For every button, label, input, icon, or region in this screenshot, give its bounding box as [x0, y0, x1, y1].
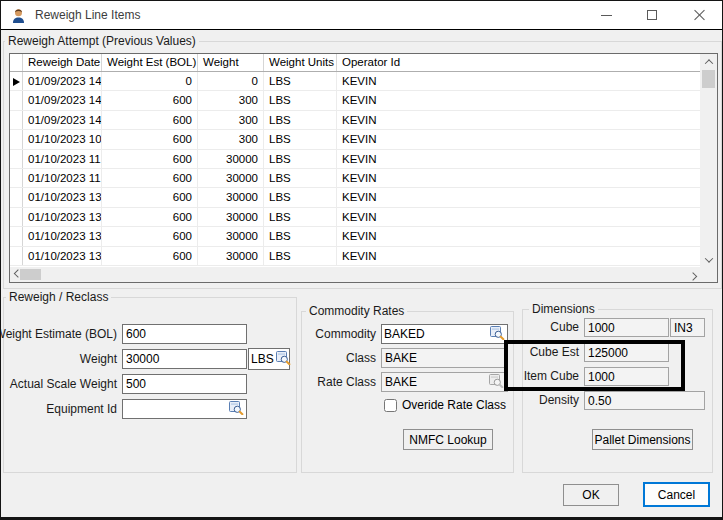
row-selector-gutter: [10, 91, 23, 109]
dialog-window: Reweigh Line Items Reweigh Attempt (Prev…: [0, 0, 723, 520]
table-row[interactable]: 01/09/2023 14:3 600 300 LBS KEVIN: [10, 111, 700, 130]
reweigh-attempt-group-label: Reweigh Attempt (Previous Values): [5, 34, 199, 48]
cancel-button[interactable]: Cancel: [643, 482, 710, 507]
row-selector-gutter: [10, 150, 23, 168]
cell-weight: 30000: [198, 208, 264, 226]
table-row[interactable]: 01/09/2023 14:3 600 300 LBS KEVIN: [10, 91, 700, 110]
close-button[interactable]: [677, 1, 722, 29]
table-row[interactable]: 01/10/2023 11:0 600 30000 LBS KEVIN: [10, 150, 700, 169]
title-bar: Reweigh Line Items: [1, 1, 722, 30]
equipment-id-label: Equipment Id: [46, 399, 117, 419]
cell-weight-units: LBS: [264, 169, 337, 187]
density-field: 0.50: [584, 391, 705, 410]
override-rate-class-checkbox[interactable]: [384, 399, 397, 412]
column-header-weight-units[interactable]: Weight Units: [264, 54, 337, 71]
cube-est-field: 125000: [584, 343, 669, 362]
override-rate-class-label: Overide Rate Class: [402, 398, 506, 412]
cell-reweigh-date: 01/10/2023 13:3: [23, 227, 102, 245]
cell-operator-id: KEVIN: [337, 169, 700, 187]
cell-weight-units: LBS: [264, 130, 337, 148]
reweigh-attempts-grid: Reweigh Date Weight Est (BOL) Weight Wei…: [9, 53, 718, 283]
cell-operator-id: KEVIN: [337, 150, 700, 168]
density-label: Density: [539, 391, 579, 410]
cell-weight-units: LBS: [264, 208, 337, 226]
cell-weight: 30000: [198, 169, 264, 187]
column-header-operator-id[interactable]: Operator Id: [337, 54, 700, 71]
cell-reweigh-date: 01/10/2023 13:2: [23, 188, 102, 206]
weight-units-value: LBS: [251, 352, 274, 366]
cell-weight: 30000: [198, 188, 264, 206]
row-selector-gutter: [10, 111, 23, 129]
cell-weight: 30000: [198, 247, 264, 265]
maximize-button[interactable]: [631, 1, 673, 29]
table-row[interactable]: 01/10/2023 13:3 600 30000 LBS KEVIN: [10, 227, 700, 246]
chevron-down-icon: [704, 254, 712, 262]
nmfc-lookup-button[interactable]: NMFC Lookup: [403, 429, 493, 450]
pallet-dimensions-button[interactable]: Pallet Dimensions: [592, 429, 693, 450]
cell-weight-est: 600: [102, 188, 198, 206]
cell-reweigh-date: 01/09/2023 14:3: [23, 72, 102, 90]
cell-weight-units: LBS: [264, 111, 337, 129]
cell-operator-id: KEVIN: [337, 130, 700, 148]
cell-reweigh-date: 01/10/2023 13:3: [23, 247, 102, 265]
item-cube-label: Item Cube: [524, 367, 579, 386]
weight-field[interactable]: [122, 349, 247, 369]
maximize-icon: [647, 10, 657, 20]
weight-estimate-field[interactable]: [122, 324, 247, 344]
cell-weight-est: 600: [102, 227, 198, 245]
cell-weight: 30000: [198, 150, 264, 168]
row-selector-gutter: [10, 188, 23, 206]
column-header-weight[interactable]: Weight: [198, 54, 264, 71]
equipment-id-field[interactable]: [125, 402, 229, 416]
cell-weight-est: 600: [102, 150, 198, 168]
chevron-up-icon: [704, 59, 712, 67]
class-field: BAKE: [381, 348, 508, 368]
commodity-field[interactable]: [384, 327, 490, 341]
column-header-reweigh-date[interactable]: Reweigh Date: [23, 54, 102, 71]
horizontal-scrollbar-thumb[interactable]: [20, 269, 41, 280]
horizontal-scrollbar[interactable]: [10, 267, 700, 282]
table-row[interactable]: 01/09/2023 14:3 0 0 LBS KEVIN: [10, 72, 700, 91]
magnifier-lookup-icon[interactable]: [276, 351, 291, 368]
commodity-rates-group-label: Commodity Rates: [306, 304, 407, 318]
vertical-scrollbar[interactable]: [700, 54, 717, 267]
reweigh-reclass-group-label: Reweigh / Reclass: [6, 290, 111, 304]
cell-weight-est: 600: [102, 111, 198, 129]
cell-weight-units: LBS: [264, 247, 337, 265]
cell-operator-id: KEVIN: [337, 72, 700, 90]
cell-weight: 300: [198, 91, 264, 109]
table-row[interactable]: 01/10/2023 10:4 600 300 LBS KEVIN: [10, 130, 700, 149]
scroll-up-button[interactable]: [700, 54, 717, 69]
cell-reweigh-date: 01/10/2023 13:2: [23, 208, 102, 226]
cell-weight-est: 600: [102, 169, 198, 187]
actual-scale-weight-field[interactable]: [122, 374, 247, 394]
close-icon: [694, 9, 706, 21]
minimize-button[interactable]: [585, 1, 627, 29]
scroll-right-button[interactable]: [685, 267, 700, 282]
vertical-scrollbar-thumb[interactable]: [702, 70, 715, 88]
column-header-weight-est[interactable]: Weight Est (BOL): [102, 54, 198, 71]
table-row[interactable]: 01/10/2023 13:3 600 30000 LBS KEVIN: [10, 247, 700, 266]
cell-reweigh-date: 01/09/2023 14:3: [23, 91, 102, 109]
cell-operator-id: KEVIN: [337, 247, 700, 265]
cell-weight-units: LBS: [264, 150, 337, 168]
person-icon: [10, 7, 27, 27]
item-cube-field: 1000: [584, 367, 669, 386]
cell-operator-id: KEVIN: [337, 188, 700, 206]
cell-weight-units: LBS: [264, 91, 337, 109]
row-selector-gutter: [10, 208, 23, 226]
table-row[interactable]: 01/10/2023 13:2 600 30000 LBS KEVIN: [10, 208, 700, 227]
grid-header-gutter: [10, 54, 23, 71]
cell-weight-est: 600: [102, 247, 198, 265]
window-title: Reweigh Line Items: [35, 1, 140, 29]
ok-button[interactable]: OK: [563, 484, 619, 506]
table-row[interactable]: 01/10/2023 11:3 600 30000 LBS KEVIN: [10, 169, 700, 188]
cell-reweigh-date: 01/09/2023 14:3: [23, 111, 102, 129]
magnifier-lookup-icon[interactable]: [490, 326, 505, 343]
cell-weight: 300: [198, 111, 264, 129]
table-row[interactable]: 01/10/2023 13:2 600 30000 LBS KEVIN: [10, 188, 700, 207]
weight-units-lookup[interactable]: LBS: [248, 348, 290, 370]
scroll-down-button[interactable]: [700, 252, 717, 267]
cell-operator-id: KEVIN: [337, 227, 700, 245]
magnifier-lookup-icon[interactable]: [229, 401, 244, 418]
